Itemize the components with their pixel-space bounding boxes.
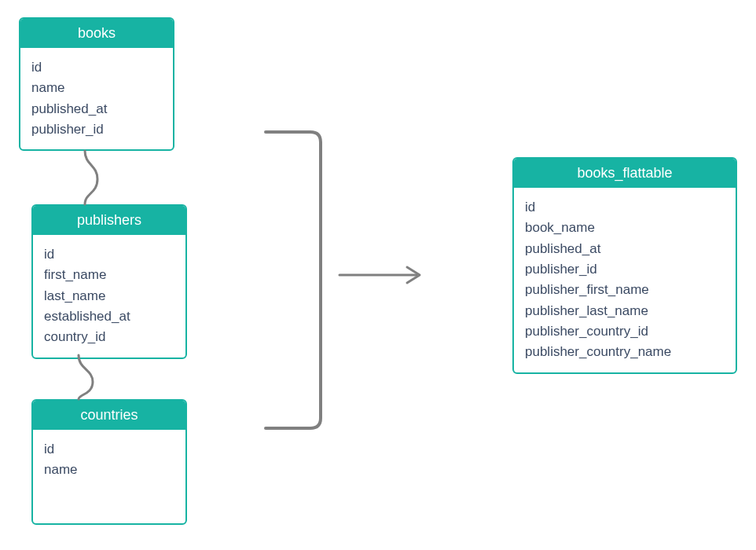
field: first_name xyxy=(44,265,174,285)
field: publisher_first_name xyxy=(525,280,725,300)
field: id xyxy=(44,244,174,265)
table-countries-body: id name xyxy=(33,430,185,490)
field: publisher_id xyxy=(31,119,162,140)
field: id xyxy=(44,439,174,460)
table-publishers: publishers id first_name last_name estab… xyxy=(31,204,187,359)
group-bracket xyxy=(266,132,321,428)
table-books: books id name published_at publisher_id xyxy=(19,17,174,151)
connector-publishers-countries xyxy=(79,355,93,399)
table-publishers-header: publishers xyxy=(33,206,185,235)
table-books-flattable-body: id book_name published_at publisher_id p… xyxy=(514,188,736,372)
table-books-flattable-header: books_flattable xyxy=(514,159,736,188)
table-publishers-body: id first_name last_name established_at c… xyxy=(33,235,185,358)
field: name xyxy=(31,78,162,98)
field: established_at xyxy=(44,306,174,327)
field: id xyxy=(525,197,725,218)
field: name xyxy=(44,460,174,480)
field: book_name xyxy=(525,218,725,238)
field: country_id xyxy=(44,327,174,347)
field: publisher_last_name xyxy=(525,301,725,321)
table-countries: countries id name xyxy=(31,399,187,525)
table-books-flattable: books_flattable id book_name published_a… xyxy=(512,157,737,374)
field: publisher_id xyxy=(525,259,725,280)
table-books-header: books xyxy=(20,19,173,48)
field: publisher_country_name xyxy=(525,342,725,362)
field: published_at xyxy=(525,239,725,259)
table-books-body: id name published_at publisher_id xyxy=(20,48,173,149)
field: last_name xyxy=(44,286,174,306)
arrow-head-icon xyxy=(407,267,420,283)
table-countries-header: countries xyxy=(33,401,185,430)
field: publisher_country_id xyxy=(525,321,725,342)
field: id xyxy=(31,57,162,78)
connector-books-publishers xyxy=(85,151,97,204)
field: published_at xyxy=(31,99,162,119)
